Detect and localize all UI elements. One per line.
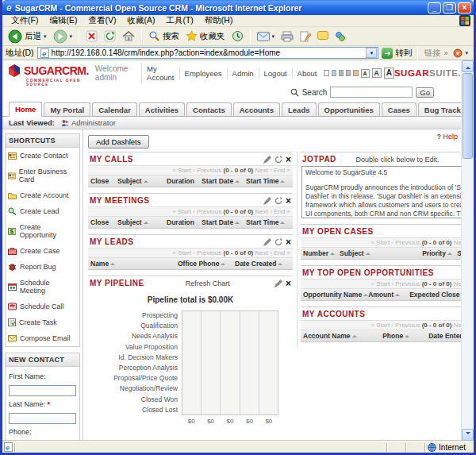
close-dashlet-icon[interactable]: ×	[286, 197, 291, 205]
font-size-small-button[interactable]: A	[361, 69, 370, 78]
shortcut-create-contact[interactable]: Create Contact	[6, 148, 79, 164]
theme-swatch-orange[interactable]	[353, 70, 358, 76]
add-dashlets-button[interactable]: Add Dashlets	[88, 135, 149, 148]
column-duration[interactable]: Duration	[167, 177, 202, 185]
menu-edit[interactable]: 编辑(E)	[44, 15, 83, 26]
shortcut-compose-email[interactable]: Compose Email	[6, 330, 79, 346]
column-start-date[interactable]: Start Date	[202, 218, 246, 226]
menu-favorites[interactable]: 收藏(A)	[121, 15, 160, 26]
theme-swatch-green[interactable]	[339, 70, 344, 76]
first-name-field[interactable]	[9, 385, 76, 396]
browser-scrollbar[interactable]	[461, 60, 474, 441]
scroll-thumb[interactable]	[463, 73, 473, 159]
link-logout[interactable]: Logout	[259, 67, 292, 79]
column-status[interactable]: Status	[457, 249, 461, 257]
column-subject[interactable]: Subject	[340, 249, 422, 257]
shortcut-create-lead[interactable]: Create Lead	[6, 203, 79, 219]
jotpad-textarea[interactable]: Welcome to SugarSuite 4.5 SugarCRM proud…	[301, 166, 461, 218]
shortcut-enter-business-card[interactable]: Enter Business Card	[6, 164, 79, 187]
column-start-time[interactable]: Start Time	[246, 218, 290, 226]
tab-accounts[interactable]: Accounts	[233, 102, 280, 116]
forward-button[interactable]: ▾	[51, 29, 75, 44]
column-subject[interactable]: Subject	[117, 218, 167, 226]
column-amount[interactable]: Amount	[368, 291, 409, 299]
pagination[interactable]: « Start ‹ Previous (0 - 0 of 0) Next › E…	[88, 206, 293, 217]
refresh-icon[interactable]	[274, 197, 282, 205]
msn-button[interactable]	[332, 30, 348, 43]
column-subject[interactable]: Subject	[117, 177, 167, 185]
theme-swatch-blue[interactable]	[332, 70, 336, 76]
menu-file[interactable]: 文件(F)	[6, 15, 44, 26]
column-close[interactable]: Close	[90, 177, 117, 185]
tab-contacts[interactable]: Contacts	[186, 102, 232, 116]
refresh-chart-link[interactable]: Refresh Chart	[144, 280, 271, 287]
title-bar[interactable]: e SugarCRM - Commercial Open Source CRM …	[2, 0, 474, 15]
column-close[interactable]: Close	[90, 218, 117, 226]
menu-help[interactable]: 帮助(H)	[199, 15, 239, 26]
pagination[interactable]: « Start ‹ Previous (0 - 0 of 0) Next › E…	[301, 279, 461, 289]
tab-leads[interactable]: Leads	[282, 102, 316, 116]
edit-pencil-icon[interactable]	[263, 197, 271, 205]
refresh-button[interactable]	[102, 29, 118, 43]
tab-home[interactable]: Home	[9, 102, 42, 117]
favorites-button[interactable]: 收藏夹	[183, 29, 228, 43]
column-start-time[interactable]: Start Time	[246, 177, 290, 185]
scroll-up-icon[interactable]	[462, 60, 474, 72]
menu-view[interactable]: 查看(V)	[83, 15, 121, 26]
addon-button[interactable]: ▾	[451, 48, 470, 59]
last-name-field[interactable]	[9, 413, 76, 424]
search-go-button[interactable]: Go	[416, 87, 434, 98]
stop-button[interactable]	[83, 29, 100, 43]
address-dropdown-icon[interactable]: ▾	[366, 48, 377, 58]
search-button[interactable]: 搜索	[146, 29, 182, 43]
column-date-created[interactable]: Date Created	[235, 260, 290, 268]
shortcut-create-opportunity[interactable]: $ Create Opportunity	[6, 219, 79, 243]
shortcut-report-bug[interactable]: Report Bug	[6, 259, 79, 275]
close-dashlet-icon[interactable]: ×	[286, 156, 291, 164]
go-button[interactable]: ➜ 转到	[382, 48, 412, 59]
edit-pencil-icon[interactable]	[263, 238, 271, 246]
help-link[interactable]: ? Help	[436, 133, 458, 141]
edit-pencil-icon[interactable]	[263, 156, 271, 164]
tab-bug-tracker[interactable]: Bug Tracker	[418, 102, 461, 116]
column-office-phone[interactable]: Office Phone	[178, 260, 235, 268]
pagination[interactable]: « Start ‹ Previous (0 - 0 of 0) Next › E…	[301, 320, 461, 330]
search-input[interactable]	[330, 87, 413, 98]
column-account-name[interactable]: Account Name	[303, 332, 382, 340]
refresh-icon[interactable]	[274, 156, 282, 164]
column-phone[interactable]: Phone	[382, 332, 428, 340]
mail-button[interactable]: ▾	[255, 31, 278, 42]
last-viewed-item[interactable]: Administrator	[61, 118, 116, 127]
column-duration[interactable]: Duration	[167, 218, 202, 226]
minimize-button[interactable]: _	[428, 2, 441, 13]
tab-calendar[interactable]: Calendar	[92, 102, 137, 116]
theme-swatch-purple[interactable]	[346, 70, 351, 76]
pagination[interactable]: « Start ‹ Previous (0 - 0 of 0) Next › E…	[301, 237, 461, 248]
pagination[interactable]: « Start ‹ Previous (0 - 0 of 0) Next › E…	[88, 165, 293, 175]
column-priority[interactable]: Priority	[422, 249, 457, 257]
tab-opportunities[interactable]: Opportunities	[318, 102, 380, 116]
link-my-account[interactable]: My Account	[141, 63, 179, 83]
edit-pencil-icon[interactable]	[274, 280, 282, 287]
font-size-large-button[interactable]: A	[384, 67, 394, 79]
sugarcrm-logo[interactable]: SUGARCRM. COMMERCIAL OPEN SOURCE	[7, 63, 89, 99]
tab-cases[interactable]: Cases	[382, 102, 416, 116]
theme-swatch-white[interactable]	[324, 70, 328, 76]
column-date-entered[interactable]: Date Entered	[428, 332, 461, 340]
column-name[interactable]: Name	[90, 260, 178, 268]
column-opportunity-name[interactable]: Opportunity Name	[303, 291, 368, 299]
menu-tools[interactable]: 工具(T)	[160, 15, 198, 26]
address-input[interactable]: e http://192.168.0.148/crm/index.php?act…	[37, 47, 379, 59]
scroll-down-icon[interactable]	[462, 429, 474, 441]
tab-my-portal[interactable]: My Portal	[44, 102, 90, 116]
shortcut-create-case[interactable]: Create Case	[6, 243, 79, 259]
close-button[interactable]: ×	[458, 2, 471, 13]
edit-button[interactable]	[298, 30, 313, 43]
tab-activities[interactable]: Activities	[139, 102, 185, 116]
shortcut-create-account[interactable]: Create Account	[6, 187, 79, 203]
column-expected-close-date[interactable]: Expected Close Date	[409, 291, 461, 299]
font-size-medium-button[interactable]: A	[372, 68, 382, 79]
close-dashlet-icon[interactable]: ×	[286, 238, 291, 246]
link-employees[interactable]: Employees	[179, 67, 227, 79]
link-about[interactable]: About	[292, 67, 322, 79]
